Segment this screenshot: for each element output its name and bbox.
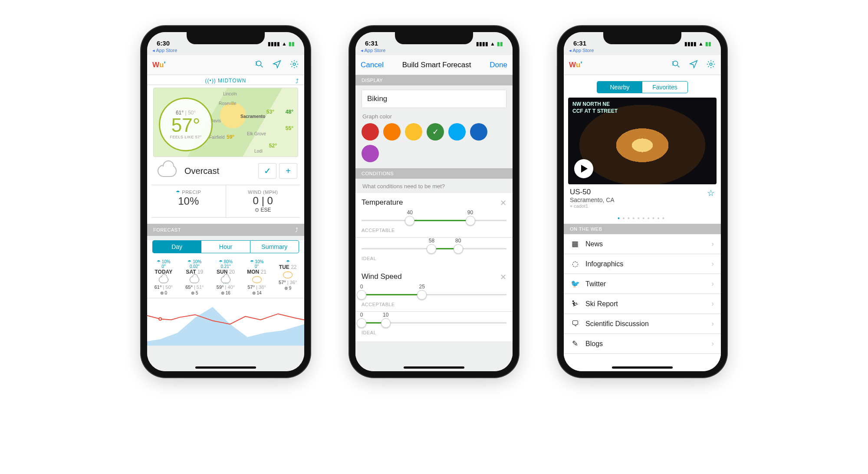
range-slider[interactable]: 58 80 [362, 238, 506, 255]
display-header: DISPLAY [355, 75, 513, 85]
navbar: Wu' [564, 55, 721, 75]
news-icon: ▦ [571, 240, 579, 248]
webcam-meta: US-50 Sacramento, CA ⌖ cadot1 ☆ [564, 184, 721, 212]
web-link-row[interactable]: ✎ Blogs › [564, 334, 721, 354]
favorite-star-icon[interactable]: ☆ [707, 188, 715, 198]
forecast-day[interactable]: ☂ TUE 22 57° | 36° ⊕ 9 [272, 259, 303, 295]
location-label[interactable]: ((•)) MIDTOWN ⤴ [147, 75, 304, 85]
search-icon[interactable] [671, 59, 681, 71]
color-swatch[interactable]: ✓ [427, 123, 444, 141]
status-time: 6:31 [573, 39, 586, 47]
svg-point-4 [710, 63, 712, 65]
gear-icon[interactable] [706, 59, 716, 71]
range-slider[interactable]: 0 10 [362, 312, 506, 329]
add-button[interactable]: + [279, 163, 297, 179]
forecast-day[interactable]: ☂ 80%0.21" SUN 20 59° | 40° ⊕ 16 [210, 259, 241, 295]
chevron-right-icon: › [711, 279, 714, 288]
forecast-day[interactable]: ☂ 10%0" MON 21 57° | 38° ⊕ 14 [241, 259, 273, 295]
infog-icon: ◌ [571, 260, 579, 268]
cancel-button[interactable]: Cancel [361, 61, 384, 69]
chevron-right-icon: › [711, 339, 714, 348]
mini-map[interactable]: Lincoln Roseville Davis Fairfield Elk Gr… [153, 88, 298, 157]
web-link-row[interactable]: 🗨 Scientific Discussion › [564, 314, 721, 334]
web-link-row[interactable]: ⛷ Ski Report › [564, 294, 721, 314]
play-button[interactable] [574, 159, 593, 178]
web-link-row[interactable]: ▦ News › [564, 234, 721, 254]
activity-name-input[interactable]: Biking [362, 90, 506, 108]
chevron-right-icon: › [711, 319, 714, 328]
condition-text: Overcast [184, 166, 250, 176]
chevron-right-icon: › [711, 239, 714, 248]
range-slider[interactable]: 40 90 [362, 209, 506, 227]
condition-icon [158, 165, 177, 177]
color-swatch[interactable] [383, 123, 401, 141]
share-icon[interactable]: ⤴ [296, 78, 299, 85]
web-link-label: Blogs [585, 340, 603, 348]
stat-wind: WIND (MPH) 0 | 0 ⊙ ESE [226, 185, 300, 217]
web-links-list: ▦ News › ◌ Infographics › 🐦 Twitter › ⛷ … [564, 234, 721, 354]
seg-summary[interactable]: Summary [250, 241, 299, 253]
svg-point-2 [159, 318, 161, 320]
svg-point-0 [256, 61, 261, 65]
twitter-icon: 🐦 [571, 280, 579, 288]
wu-logo: Wu' [152, 61, 165, 69]
status-time: 6:30 [157, 39, 170, 47]
tab-nearby[interactable]: Nearby [597, 82, 642, 93]
seg-day[interactable]: Day [153, 241, 201, 253]
forecast-chart[interactable] [147, 298, 304, 346]
wifi-icon: ▲ [282, 41, 287, 47]
forecast-header: FORECAST ⤴ [147, 224, 304, 236]
forecast-day[interactable]: ☂ 10%0" TODAY 61° | 50° ⊕ 0 [148, 259, 179, 295]
locate-icon[interactable] [272, 59, 282, 71]
forecast-day[interactable]: ☂ 10%0.02" SAT 19 65° | 51° ⊕ 5 [179, 259, 210, 295]
page-title: Build Smart Forecast [402, 61, 471, 69]
status-time: 6:31 [365, 39, 378, 47]
web-link-label: News [585, 240, 603, 248]
tab-favorites[interactable]: Favorites [642, 82, 687, 93]
condition-title: Wind Speed [362, 272, 506, 281]
gear-icon[interactable] [289, 59, 299, 71]
blog-icon: ✎ [571, 340, 579, 348]
color-swatch[interactable] [405, 123, 422, 141]
web-link-label: Ski Report [585, 300, 618, 308]
close-icon[interactable]: ✕ [500, 198, 506, 208]
webcam-source: ⌖ cadot1 [570, 203, 615, 209]
color-swatch[interactable] [362, 145, 379, 162]
webcam-title: US-50 [570, 188, 615, 196]
current-temp: 57° [171, 116, 201, 135]
share-icon[interactable]: ⤴ [295, 226, 299, 233]
svg-point-1 [293, 63, 296, 65]
forecast-segments: Day Hour Summary [152, 240, 299, 253]
forecast-days[interactable]: ☂ 10%0" TODAY 61° | 50° ⊕ 0 ☂ 10%0.02" S… [147, 258, 304, 298]
page-dots[interactable]: ●●●●●●●●●● [564, 212, 721, 224]
seg-hour[interactable]: Hour [201, 241, 250, 253]
web-link-row[interactable]: ◌ Infographics › [564, 254, 721, 274]
webcam-location: Sacramento, CA [570, 196, 615, 203]
webcam-image[interactable]: NW NORTH NE CCF AT T STREET [568, 98, 717, 184]
ski-icon: ⛷ [571, 300, 579, 308]
done-button[interactable]: Done [490, 61, 507, 69]
locate-icon[interactable] [689, 59, 698, 71]
status-right: ▮▮▮▮▲ ▮▮ [268, 41, 295, 47]
stat-precip: ☂ PRECIP 10% [151, 185, 226, 217]
sci-icon: 🗨 [571, 320, 579, 328]
signal-icon: ▮▮▮▮ [268, 41, 280, 47]
color-swatch[interactable] [470, 123, 487, 141]
breadcrumb[interactable]: ◂ App Store [147, 48, 304, 55]
condition-title: Temperature [362, 198, 506, 207]
color-swatch[interactable] [448, 123, 466, 141]
color-swatch[interactable] [362, 123, 379, 141]
close-icon[interactable]: ✕ [500, 272, 506, 282]
navbar: Wu' [147, 55, 304, 75]
hero-card: Lincoln Roseville Davis Fairfield Elk Gr… [147, 85, 304, 224]
range-slider[interactable]: 0 25 [362, 284, 506, 301]
phone-weather-home: 6:30 ▮▮▮▮▲ ▮▮ ◂ App Store Wu' ((•)) MIDT… [141, 26, 310, 377]
web-link-label: Scientific Discussion [585, 320, 649, 328]
conditions-hint: What conditions need to be met? [355, 179, 513, 193]
phone-smart-forecast: 6:31 ▮▮▮▮▲▮▮ ◂ App Store Cancel Build Sm… [349, 26, 519, 377]
breadcrumb[interactable]: ◂ App Store [355, 48, 513, 55]
search-icon[interactable] [255, 59, 264, 71]
check-button[interactable]: ✓ [258, 163, 276, 179]
breadcrumb[interactable]: ◂ App Store [564, 48, 721, 55]
web-link-row[interactable]: 🐦 Twitter › [564, 274, 721, 294]
